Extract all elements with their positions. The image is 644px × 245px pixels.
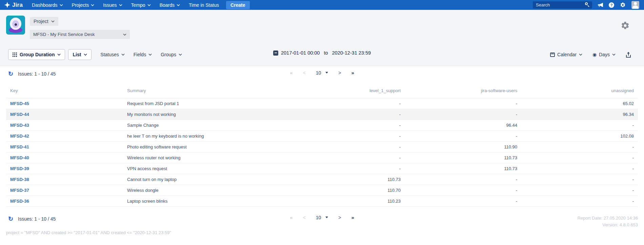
date-range-picker[interactable]: 2017-01-01 00:00 to 2020-12-31 23:59 xyxy=(273,50,371,56)
table-row: MFSD-38Cannot turn on my laptop110.73-- xyxy=(6,174,638,185)
group-duration-button[interactable]: Group Duration xyxy=(8,49,65,60)
fields-dropdown[interactable]: Fields xyxy=(134,52,152,57)
chevron-down-icon xyxy=(121,54,125,56)
pagination-top: « < 10 > » xyxy=(0,70,644,76)
issue-key-link[interactable]: MFSD-38 xyxy=(10,177,29,182)
column-header-summary: Summary xyxy=(123,83,288,98)
time-unit-dropdown[interactable]: ◉ Days xyxy=(592,52,616,57)
nav-item-projects[interactable]: Projects xyxy=(67,0,99,10)
list-view-button[interactable]: List xyxy=(68,49,92,60)
issue-key-link[interactable]: MFSD-43 xyxy=(10,123,29,128)
last-page-button[interactable]: » xyxy=(351,215,354,220)
table-row: MFSD-43Sample Change-96.44- xyxy=(6,120,638,131)
issue-key-link[interactable]: MFSD-41 xyxy=(10,144,29,149)
right-controls: Calendar ◉ Days xyxy=(550,49,631,60)
duration-value-cell: 110.73 xyxy=(288,174,405,185)
admin-gear-icon[interactable] xyxy=(620,2,626,8)
project-type-dropdown[interactable]: Project xyxy=(30,17,58,26)
column-header-level-1-support: level_1_support xyxy=(288,83,405,98)
issue-key-link[interactable]: MFSD-40 xyxy=(10,155,29,160)
eye-icon: ◉ xyxy=(592,52,597,57)
duration-value-cell: - xyxy=(521,196,638,207)
megaphone-icon[interactable] xyxy=(598,3,603,7)
page-size-dropdown[interactable]: 10 xyxy=(316,215,328,220)
main-content: ↻ Issues: 1 - 10 / 45 « < 10 > » Key Sum… xyxy=(0,66,644,245)
table-row: MFSD-42he leer T on my keyboard is no wo… xyxy=(6,131,638,142)
issue-summary-cell: Wireless router not working xyxy=(123,152,288,163)
report-version: Version: 4.8.0.653 xyxy=(602,222,638,227)
first-page-button[interactable]: « xyxy=(290,70,293,76)
issues-table: Key Summary level_1_support jira-softwar… xyxy=(6,83,638,207)
nav-item-time-in-status[interactable]: Time in Status xyxy=(184,0,223,10)
duration-value-cell: - xyxy=(288,152,405,163)
issue-key-link[interactable]: MFSD-37 xyxy=(10,188,29,193)
duration-value-cell: - xyxy=(405,185,521,196)
next-page-button[interactable]: > xyxy=(338,215,341,220)
issue-summary-cell: Wireless dongle xyxy=(123,185,288,196)
page-size-dropdown[interactable]: 10 xyxy=(316,70,328,76)
calendar-mode-dropdown[interactable]: Calendar xyxy=(550,52,582,57)
issue-summary-cell: he leer T on my keyboard is no working xyxy=(123,131,288,142)
table-row: MFSD-41Photo editing software request-11… xyxy=(6,142,638,152)
statuses-dropdown[interactable]: Statuses xyxy=(100,52,124,57)
groups-dropdown[interactable]: Groups xyxy=(161,52,182,57)
duration-value-cell: - xyxy=(521,142,638,152)
chevron-down-icon xyxy=(612,54,616,56)
duration-value-cell: 96.44 xyxy=(405,120,521,131)
next-page-button[interactable]: > xyxy=(338,70,341,76)
search-box xyxy=(533,1,592,8)
issue-key-link[interactable]: MFSD-44 xyxy=(10,112,29,117)
duration-value-cell: - xyxy=(521,120,638,131)
top-navbar: Jira Dashboards Projects Issues Tempo Bo… xyxy=(0,0,644,10)
issue-key-link[interactable]: MFSD-45 xyxy=(10,101,29,106)
app-root: Jira Dashboards Projects Issues Tempo Bo… xyxy=(0,0,644,245)
pagination-bottom: « < 10 > » xyxy=(0,215,644,220)
create-button[interactable]: Create xyxy=(226,1,250,9)
duration-value-cell: - xyxy=(288,142,405,152)
chevron-down-icon xyxy=(91,4,94,6)
column-header-unassigned: unassigned xyxy=(521,83,638,98)
duration-value-cell: - xyxy=(405,131,521,142)
last-page-button[interactable]: » xyxy=(351,70,354,76)
issue-summary-cell: Photo editing software request xyxy=(123,142,288,152)
issue-key-link[interactable]: MFSD-39 xyxy=(10,166,29,171)
jira-logo[interactable]: Jira xyxy=(0,2,27,8)
nav-item-boards[interactable]: Boards xyxy=(155,0,184,10)
chevron-down-icon xyxy=(579,54,582,56)
user-avatar[interactable] xyxy=(631,1,639,9)
duration-value-cell: 65.02 xyxy=(521,98,638,109)
chevron-down-icon xyxy=(84,54,87,56)
duration-value-cell: 102.08 xyxy=(521,131,638,142)
duration-value-cell: - xyxy=(288,98,405,109)
column-header-jira-software-users: jira-software-users xyxy=(405,83,521,98)
nav-item-dashboards[interactable]: Dashboards xyxy=(27,0,67,10)
issue-key-link[interactable]: MFSD-36 xyxy=(10,199,29,204)
nav-item-tempo[interactable]: Tempo xyxy=(127,0,155,10)
view-toolbar: Group Duration List Statuses Fields Grou… xyxy=(8,49,182,60)
duration-value-cell: 110.73 xyxy=(405,163,521,174)
date-from[interactable]: 2017-01-01 00:00 xyxy=(281,50,320,56)
issue-summary-cell: Request from JSD portal 1 xyxy=(123,98,288,109)
prev-page-button[interactable]: < xyxy=(303,215,306,220)
search-input[interactable] xyxy=(533,1,592,8)
date-to[interactable]: 2020-12-31 23:59 xyxy=(332,50,371,56)
table-row: MFSD-37Wireless dongle110.70-- xyxy=(6,185,638,196)
duration-value-cell: - xyxy=(521,163,638,174)
chevron-down-icon xyxy=(148,54,152,56)
export-icon[interactable] xyxy=(626,52,631,58)
chevron-down-icon xyxy=(177,4,180,6)
nav-item-issues[interactable]: Issues xyxy=(99,0,126,10)
settings-gear-icon[interactable] xyxy=(621,21,630,30)
duration-value-cell: - xyxy=(405,98,521,109)
duration-value-cell: 110.23 xyxy=(288,196,405,207)
first-page-button[interactable]: « xyxy=(290,215,293,220)
duration-value-cell: - xyxy=(288,131,405,142)
search-icon[interactable] xyxy=(585,2,590,7)
help-icon[interactable]: ? xyxy=(609,2,614,8)
project-select[interactable]: MFSD - My First Service Desk xyxy=(30,30,130,39)
project-avatar xyxy=(6,16,25,35)
duration-value-cell: - xyxy=(405,196,521,207)
issue-key-link[interactable]: MFSD-42 xyxy=(10,134,29,139)
chevron-down-icon xyxy=(119,4,122,6)
prev-page-button[interactable]: < xyxy=(303,70,306,76)
